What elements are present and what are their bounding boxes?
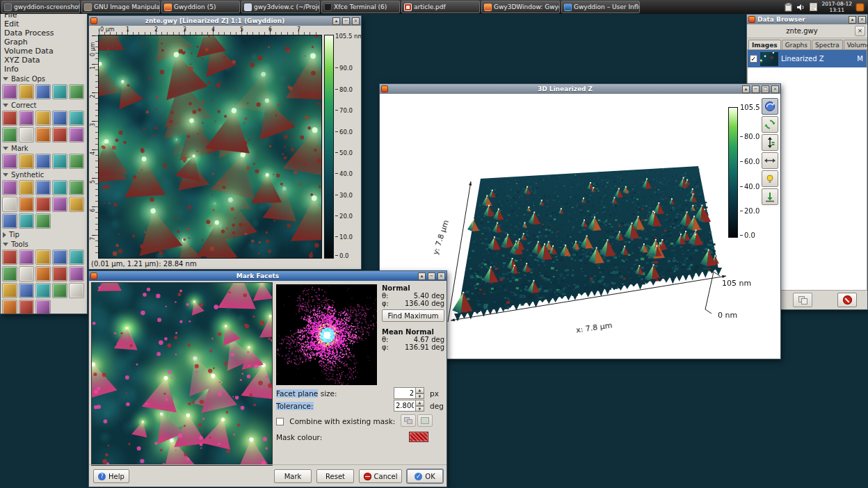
tool-icon[interactable] — [35, 300, 51, 314]
help-button[interactable]: ?Help — [93, 469, 129, 483]
tool-icon[interactable] — [69, 283, 84, 298]
tool-icon[interactable] — [19, 180, 34, 195]
tool-icon[interactable] — [2, 300, 17, 314]
tool-icon[interactable] — [19, 300, 34, 314]
tool-icon[interactable] — [52, 283, 67, 298]
light-rotation-button[interactable] — [762, 170, 778, 187]
rotate-view-button[interactable] — [762, 98, 778, 115]
tool-icon[interactable] — [19, 213, 34, 229]
close-file-icon[interactable]: × — [855, 26, 865, 36]
file-name[interactable]: znte.gwy — [749, 27, 855, 35]
shade-button[interactable]: ▴ — [849, 16, 856, 24]
volume-icon[interactable] — [796, 3, 805, 12]
taskbar-window-button[interactable]: gwy3dview.c (~/Project... — [241, 1, 320, 13]
tool-icon[interactable] — [52, 180, 67, 195]
tool-icon[interactable] — [52, 266, 67, 282]
tool-icon[interactable] — [35, 266, 51, 282]
spin-down-icon[interactable]: ▼ — [416, 393, 424, 400]
duplicate-button[interactable] — [793, 293, 812, 307]
tool-icon[interactable] — [19, 111, 34, 126]
menu-edit[interactable]: Edit — [1, 19, 87, 29]
close-button[interactable]: × — [771, 86, 779, 93]
pan-view-button[interactable] — [762, 152, 778, 169]
clipboard-icon[interactable] — [784, 3, 793, 12]
mask-union-button[interactable] — [417, 414, 433, 427]
shade-button[interactable]: ▴ — [742, 86, 750, 93]
maximize-button[interactable]: □ — [762, 86, 769, 93]
tool-icon[interactable] — [69, 84, 84, 99]
tool-icon[interactable] — [2, 84, 17, 99]
tool-icon[interactable] — [52, 154, 67, 169]
tool-icon[interactable] — [19, 197, 34, 212]
list-item[interactable]: Linearized Z M — [748, 50, 867, 67]
close-button[interactable]: × — [858, 16, 866, 24]
tool-icon[interactable] — [2, 266, 17, 282]
data-browser-titlebar[interactable]: Data Browser ▴× — [747, 15, 867, 24]
facet-size-spinner[interactable]: ▲▼ — [394, 387, 424, 399]
tool-icon[interactable] — [19, 266, 34, 282]
tool-icon[interactable] — [2, 197, 17, 212]
tab-graphs[interactable]: Graphs — [782, 40, 811, 49]
minimize-button[interactable]: − — [752, 86, 760, 93]
taskbar-window-button[interactable]: article.pdf — [401, 1, 480, 13]
tool-icon[interactable] — [35, 213, 51, 229]
spin-up-icon[interactable]: ▲ — [416, 400, 424, 406]
3d-window-titlebar[interactable]: 3D Linearized Z ▴−□× — [380, 84, 780, 94]
tool-icon[interactable] — [35, 111, 51, 126]
tool-icon[interactable] — [35, 127, 51, 143]
tool-icon[interactable] — [35, 154, 51, 169]
tool-icon[interactable] — [69, 111, 84, 126]
tool-icon[interactable] — [52, 197, 67, 212]
tool-icon[interactable] — [19, 154, 34, 169]
taskbar-window-button[interactable]: Gwyddion – User Influe... — [561, 1, 640, 13]
taskbar-window-button[interactable]: gwyddion-screenshot-... — [1, 1, 80, 13]
menu-info[interactable]: Info — [1, 65, 87, 74]
tool-icon[interactable] — [69, 266, 84, 282]
tool-icon[interactable] — [2, 180, 17, 195]
tool-icon[interactable] — [19, 283, 34, 298]
tool-icon[interactable] — [69, 197, 84, 212]
taskbar-window-button[interactable]: GNU Image Manipulati... — [81, 1, 160, 13]
shade-button[interactable]: ▴ — [332, 17, 340, 25]
facet-size-input[interactable] — [394, 387, 416, 399]
section-tools[interactable]: Tools — [1, 239, 87, 249]
taskbar-window-button[interactable]: Xfce Terminal (6) — [321, 1, 400, 13]
section-correct[interactable]: Correct — [1, 100, 87, 110]
section-mark[interactable]: Mark — [1, 143, 87, 153]
taskbar-window-button[interactable]: Gwy3DWindow: Gwyddi... — [481, 1, 560, 13]
section-tip[interactable]: Tip — [1, 229, 87, 239]
export-image-button[interactable] — [762, 188, 778, 205]
tolerance-spinner[interactable]: ▲▼ — [394, 400, 424, 412]
tool-icon[interactable] — [35, 250, 51, 265]
tool-icon[interactable] — [35, 283, 51, 298]
cancel-button[interactable]: Cancel — [359, 469, 402, 483]
tool-icon[interactable] — [19, 84, 34, 99]
minimize-button[interactable]: − — [428, 273, 435, 280]
section-synthetic[interactable]: Synthetic — [1, 170, 87, 179]
tool-icon[interactable] — [52, 84, 67, 99]
updates-icon[interactable] — [855, 3, 865, 12]
tool-icon[interactable] — [2, 250, 17, 265]
find-maximum-button[interactable]: Find Maximum — [382, 309, 444, 322]
clock[interactable]: 2017-08-1213:11 — [821, 1, 852, 14]
tool-icon[interactable] — [52, 250, 67, 265]
close-button[interactable]: × — [437, 273, 445, 280]
mask-colour-swatch[interactable] — [409, 432, 428, 442]
tool-icon[interactable] — [2, 213, 17, 229]
tab-volume[interactable]: Volume — [844, 40, 867, 49]
preview-image-canvas[interactable] — [92, 283, 272, 465]
dialog-titlebar[interactable]: Mark Facets ▴−× — [89, 271, 447, 281]
delete-button[interactable] — [837, 293, 857, 307]
minimize-button[interactable]: − — [342, 17, 350, 25]
facet-orientation-canvas[interactable] — [276, 284, 377, 385]
tab-spectra[interactable]: Spectra — [812, 40, 843, 49]
menu-data-process[interactable]: Data Process — [1, 29, 87, 38]
tool-icon[interactable] — [69, 127, 84, 143]
notes-icon[interactable] — [809, 3, 818, 12]
combine-mask-checkbox[interactable] — [276, 418, 284, 425]
tool-icon[interactable] — [35, 180, 51, 195]
mark-button[interactable]: Mark — [274, 469, 312, 483]
spin-up-icon[interactable]: ▲ — [416, 387, 424, 393]
section-basic-ops[interactable]: Basic Ops — [1, 74, 87, 83]
tool-icon[interactable] — [19, 127, 34, 143]
